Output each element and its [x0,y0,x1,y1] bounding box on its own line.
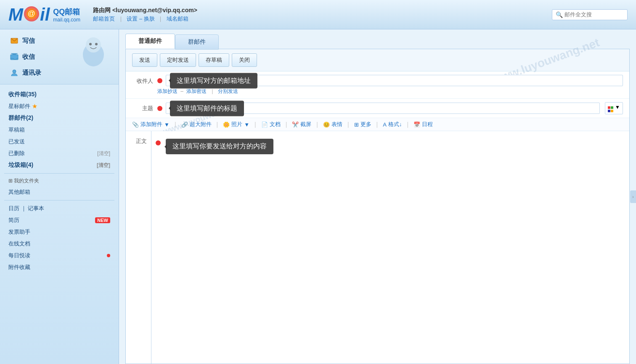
body-editor-area: 这里填写你要发送给对方的内容 [151,131,629,364]
subject-tooltip: 这里填写邮件的标题 [170,100,244,116]
nav-settings-link[interactable]: 设置 – 换肤 [127,16,154,22]
sidebar-item-drafts[interactable]: 草稿箱 [0,124,119,136]
calendar-icon: 📅 [413,121,420,128]
send-button[interactable]: 发送 [132,53,157,67]
logo-ail-letters: il [40,6,50,24]
sidebar-item-docs[interactable]: 在线文档 [0,238,119,250]
sidebar-nav: 收件箱(35) 星标邮件 ★ 群邮件(2) 草稿箱 已发送 已删除 [清空] 垃… [0,84,119,277]
nav-home-link[interactable]: 邮箱首页 [93,16,115,22]
sidebar-item-resume[interactable]: 简历 NEW [0,214,119,226]
sidebar: 写信 收信 通讯录 [0,29,119,364]
compose-form: 发送 定时发送 存草稿 关闭 收件人 这里填写对方的邮箱地址 [125,49,630,364]
tab-group-mail[interactable]: 群邮件 [175,34,219,50]
recipient-sub-links: 添加抄送 – 添加密送 ｜ 分别发送 [157,88,623,95]
header-username: 路由网 <luyouwang.net@vip.qq.com> [93,7,197,14]
body-required-dot [156,140,161,145]
body-row: 正文 这里填写你要发送给对方的内容 [126,131,629,364]
add-cc-link[interactable]: 添加抄送 [157,88,178,94]
svg-point-4 [13,70,16,73]
sidebar-item-other-mailbox[interactable]: 其他邮箱 [0,186,119,198]
content-area: www.luyouwang.net www.luyouwang.net www.… [119,29,636,364]
add-bcc-link[interactable]: 添加密送 [186,88,207,94]
recipient-tooltip: 这里填写对方的邮箱地址 [170,73,257,88]
save-draft-button[interactable]: 存草稿 [199,53,229,67]
logo-qq-title: QQ邮箱 [53,7,80,17]
logo-circle-icon: @ [24,6,39,21]
logo-qq-text: QQ邮箱 mail.qq.com [53,7,80,23]
sidebar-item-sent[interactable]: 已发送 [0,136,119,148]
paperclip-icon: 📎 [132,121,139,128]
schedule-btn[interactable]: 📅 日程 [413,121,433,128]
close-button[interactable]: 关闭 [232,53,257,67]
compose-icon [10,36,19,45]
header-nav: 邮箱首页 ｜ 设置 – 换肤 ｜ 域名邮箱 [93,15,197,23]
sidebar-item-group-mail[interactable]: 群邮件(2) [0,112,119,124]
junk-clear-link[interactable]: [清空] [97,162,110,169]
large-attachment-btn[interactable]: 🔗 超大附件 [181,121,212,128]
contacts-label: 通讯录 [22,69,41,77]
sidebar-divider-2 [4,200,114,200]
sidebar-item-inbox[interactable]: 收件箱(35) [0,89,119,100]
subject-row: 主题 ▼ [126,99,629,118]
logo-area: M @ il QQ邮箱 mail.qq.com [8,6,80,24]
header-search-box[interactable]: 🔍 [552,9,628,20]
subject-required-dot [157,106,162,111]
link-icon: 🔗 [181,121,188,128]
sidebar-folders-title[interactable]: ⊞ 我的文件夹 [0,176,119,186]
recipient-input-area: 这里填写对方的邮箱地址 添加抄送 – 添加密送 ｜ 分别发送 [157,75,623,95]
deleted-clear-link[interactable]: [清空] [97,150,110,157]
compose-toolbar: 发送 定时发送 存草稿 关闭 [126,49,629,71]
search-icon: 🔍 [556,11,563,18]
color-grid-icon [608,106,614,112]
header-user-info: 路由网 <luyouwang.net@vip.qq.com> 邮箱首页 ｜ 设置… [93,7,197,23]
mascot-decoration [74,32,112,69]
doc-icon: 📄 [261,121,268,128]
emoji-icon: 😊 [323,121,330,128]
recipient-label: 收件人 [132,75,153,85]
svg-point-8 [95,43,98,45]
compose-tabs: 普通邮件 群邮件 [119,29,636,49]
recipient-required-dot [157,78,162,83]
format-icon: A [383,121,387,128]
nav-domain-link[interactable]: 域名邮箱 [167,16,188,22]
subject-color-button[interactable]: ▼ [605,102,623,114]
sidebar-item-attachment-collect[interactable]: 附件收藏 [0,261,119,273]
header: M @ il QQ邮箱 mail.qq.com 路由网 <luyouwang.n… [0,0,636,29]
contacts-icon [10,68,19,77]
photo-icon: 🌼 [223,121,230,128]
logo-qq-sub: mail.qq.com [53,17,80,23]
compose-label: 写信 [22,37,35,45]
sidebar-item-junk[interactable]: 垃圾箱(4) [清空] [0,159,119,171]
screenshot-btn[interactable]: ✂️ 截屏 [292,121,311,128]
subject-label: 主题 [132,102,153,112]
photo-btn[interactable]: 🌼 照片▼ [223,121,249,128]
svg-point-7 [89,43,92,45]
scheduled-send-button[interactable]: 定时发送 [160,53,196,67]
sidebar-item-deleted[interactable]: 已删除 [清空] [0,148,119,159]
tab-normal-mail[interactable]: 普通邮件 [125,34,175,49]
sidebar-item-calendar[interactable]: 日历 ｜ 记事本 [0,203,119,214]
body-editor[interactable] [156,154,625,259]
more-btn[interactable]: ⊞ 更多 [354,121,371,128]
sidebar-item-reading[interactable]: 每日悦读 [0,250,119,261]
document-btn[interactable]: 📄 文档 [261,121,281,128]
sidebar-top-actions: 写信 收信 通讯录 [0,29,119,84]
reading-red-dot [107,254,110,257]
attachment-toolbar: 📎 添加附件▼ | 🔗 超大附件 | 🌼 照片▼ | 📄 文档 [126,118,629,131]
sidebar-divider-1 [4,173,114,174]
add-attachment-btn[interactable]: 📎 添加附件▼ [132,121,170,128]
scissors-icon: ✂️ [292,121,299,128]
emoji-btn[interactable]: 😊 表情 [323,121,342,128]
right-handle[interactable]: › [630,190,636,203]
body-label: 正文 [126,131,147,364]
send-separately-link[interactable]: 分别发送 [218,88,238,94]
search-input[interactable] [564,11,624,18]
new-badge: NEW [95,217,110,223]
inbox-label: 收信 [22,53,35,61]
svg-point-6 [86,37,101,53]
sidebar-item-invoice[interactable]: 发票助手 [0,226,119,238]
subject-input-area: ▼ 这里填写邮件的标题 [157,102,623,114]
main-layout: 写信 收信 通讯录 [0,29,636,364]
format-btn[interactable]: A 格式↓ [383,121,402,128]
sidebar-item-starred[interactable]: 星标邮件 ★ [0,100,119,112]
